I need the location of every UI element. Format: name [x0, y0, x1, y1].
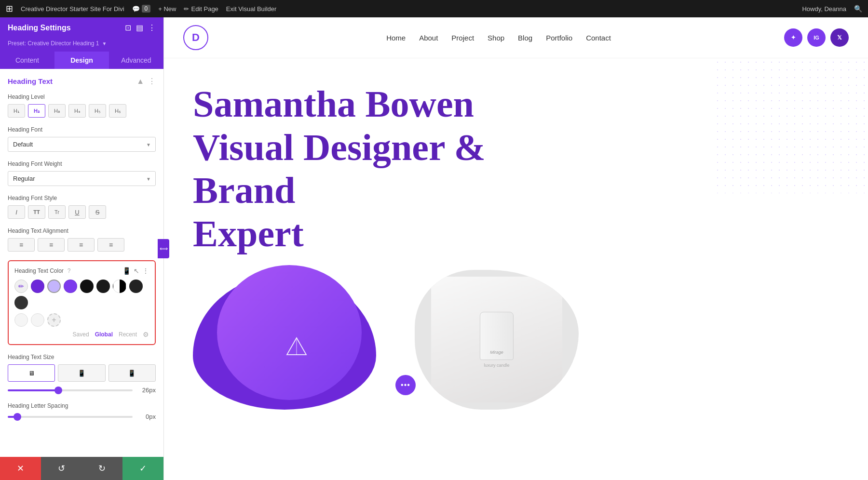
add-color-button[interactable]: + — [47, 313, 61, 327]
heading-size-field: Heading Text Size 🖥 📱 📱 26px — [8, 354, 156, 394]
cursor-icon[interactable]: ↖ — [134, 267, 139, 275]
heading-font-select[interactable]: Default — [8, 137, 156, 152]
color-swatch-empty1[interactable] — [14, 313, 28, 327]
panel-resize-handle[interactable] — [158, 239, 169, 258]
undo-button[interactable]: ↺ — [41, 457, 82, 480]
underline-button[interactable]: U — [68, 205, 86, 219]
redo-button[interactable]: ↻ — [82, 457, 123, 480]
h6-button[interactable]: H₆ — [109, 104, 126, 118]
color-swatch-medium-purple[interactable] — [64, 280, 77, 293]
tab-advanced[interactable]: Advanced — [109, 52, 163, 69]
heading-font-weight-select[interactable]: Regular — [8, 171, 156, 186]
heading-color-section: Heading Text Color ? 📱 ↖ ⋮ ✏ — [8, 260, 156, 345]
svg-line-3 — [287, 338, 297, 355]
nav-about[interactable]: About — [419, 34, 438, 42]
color-swatch-dark4[interactable] — [14, 296, 28, 309]
dot-pattern-decoration — [714, 58, 868, 193]
color-swatch-dark2[interactable] — [96, 280, 110, 293]
color-swatch-light-purple[interactable] — [47, 280, 61, 293]
site-name[interactable]: Creative Director Starter Site For Divi — [21, 5, 124, 13]
eyedropper-tool[interactable]: ✏ — [14, 280, 28, 293]
search-icon[interactable]: 🔍 — [854, 5, 862, 13]
h4-button[interactable]: H₄ — [68, 104, 86, 118]
nav-blog[interactable]: Blog — [518, 34, 532, 42]
size-mobile-button[interactable]: 📱 — [108, 364, 156, 382]
h1-button[interactable]: H₁ — [8, 104, 25, 118]
edit-page-button[interactable]: ✏ Edit Page — [184, 5, 218, 13]
hero-section: Samantha Bowen Visual Designer & Brand E… — [164, 58, 868, 255]
comment-button[interactable]: 💬 0 — [132, 5, 151, 13]
capitalize-button[interactable]: Tr — [48, 205, 66, 219]
preset-bar: Preset: Creative Director Heading 1 ▼ — [0, 38, 163, 52]
panel-tabs: Content Design Advanced — [0, 52, 163, 69]
preset-chevron-icon[interactable]: ▼ — [102, 41, 107, 46]
h3-button[interactable]: H₃ — [48, 104, 66, 118]
portfolio-section: ••• Mirage luxury candle — [164, 255, 868, 410]
align-right-button[interactable]: ≡ — [97, 238, 124, 252]
exit-builder-button[interactable]: Exit Visual Builder — [226, 5, 277, 13]
h2-button[interactable]: H₂ — [28, 104, 45, 118]
heading-size-label: Heading Text Size — [8, 354, 156, 360]
panel-header-icons: ⊡ ▤ ⋮ — [125, 23, 156, 32]
collapse-icon[interactable]: ▲ — [136, 77, 144, 86]
fullscreen-icon[interactable]: ⊡ — [125, 23, 131, 32]
nav-shop[interactable]: Shop — [488, 34, 504, 42]
align-justify-button[interactable]: ≡ — [68, 238, 95, 252]
panel-content: Heading Text ▲ ⋮ Heading Level H₁ H₂ H₃ … — [0, 69, 163, 457]
align-left-button[interactable]: ≡ — [8, 238, 35, 252]
size-slider[interactable] — [8, 389, 133, 391]
panel-title: Heading Settings — [8, 24, 71, 32]
more-options-icon[interactable]: ⋮ — [148, 23, 156, 32]
align-center-button[interactable]: ≡ — [38, 238, 65, 252]
color-section-header: Heading Text Color ? 📱 ↖ ⋮ — [14, 267, 149, 275]
color-more-icon[interactable]: ⋮ — [142, 267, 149, 275]
letter-spacing-slider[interactable] — [8, 416, 133, 418]
social-twitter[interactable]: 𝕏 — [830, 28, 849, 47]
h5-button[interactable]: H₅ — [89, 104, 106, 118]
color-header-icons: 📱 ↖ ⋮ — [122, 267, 149, 275]
color-swatch-empty2[interactable] — [31, 313, 44, 327]
tab-design[interactable]: Design — [54, 52, 109, 69]
layout-icon[interactable]: ▤ — [136, 23, 143, 32]
color-settings-icon[interactable]: ⚙ — [143, 331, 149, 338]
saved-tab[interactable]: Saved — [73, 331, 89, 338]
global-tab[interactable]: Global — [95, 331, 113, 338]
section-more-icon[interactable]: ⋮ — [148, 77, 156, 86]
new-button[interactable]: + New — [158, 5, 176, 13]
floating-menu-button[interactable]: ••• — [395, 375, 416, 395]
heading-letter-spacing-field: Heading Letter Spacing 0px — [8, 402, 156, 420]
nav-portfolio[interactable]: Portfolio — [546, 34, 572, 42]
heading-level-label: Heading Level — [8, 93, 156, 100]
nav-contact[interactable]: Contact — [586, 34, 611, 42]
size-device-buttons: 🖥 📱 📱 — [8, 364, 156, 382]
cancel-button[interactable]: ✕ — [0, 457, 41, 480]
section-header: Heading Text ▲ ⋮ — [8, 77, 156, 86]
color-swatch-dark3[interactable] — [129, 280, 143, 293]
mobile-icon[interactable]: 📱 — [122, 267, 131, 275]
save-button[interactable]: ✓ — [122, 457, 163, 480]
color-swatch-half[interactable] — [113, 280, 126, 293]
wp-logo-icon[interactable]: ⊞ — [6, 3, 13, 14]
hero-title: Samantha Bowen Visual Designer & Brand E… — [193, 82, 579, 255]
size-desktop-button[interactable]: 🖥 — [8, 364, 55, 382]
italic-button[interactable]: I — [8, 205, 25, 219]
site-logo: D — [183, 25, 208, 50]
color-help-icon[interactable]: ? — [68, 267, 71, 274]
color-swatch-dark1[interactable] — [80, 280, 94, 293]
tab-content[interactable]: Content — [0, 52, 54, 69]
heading-level-buttons: H₁ H₂ H₃ H₄ H₅ H₆ — [8, 104, 156, 118]
heading-alignment-label: Heading Text Alignment — [8, 227, 156, 234]
alignment-buttons: ≡ ≡ ≡ ≡ — [8, 238, 156, 252]
size-tablet-button[interactable]: 📱 — [58, 364, 105, 382]
color-swatch-purple[interactable] — [31, 280, 44, 293]
nav-home[interactable]: Home — [386, 34, 406, 42]
social-dribbble[interactable]: ✦ — [784, 28, 802, 47]
nav-project[interactable]: Project — [451, 34, 474, 42]
strikethrough-button[interactable]: S — [89, 205, 106, 219]
uppercase-button[interactable]: TT — [28, 205, 45, 219]
font-style-buttons: I TT Tr U S — [8, 205, 156, 219]
heading-font-weight-select-wrapper: Regular — [8, 171, 156, 186]
recent-tab[interactable]: Recent — [119, 331, 137, 338]
settings-panel: Heading Settings ⊡ ▤ ⋮ Preset: Creative … — [0, 17, 164, 480]
social-instagram[interactable]: IG — [807, 28, 826, 47]
